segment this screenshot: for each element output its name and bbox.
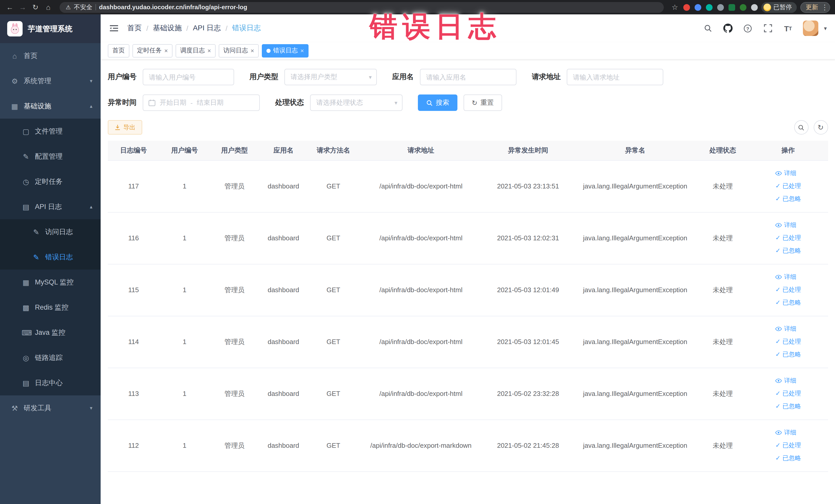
sidebar-fold-icon[interactable] xyxy=(109,23,119,33)
detail-link[interactable]: 详细 xyxy=(775,322,796,335)
extension-icon[interactable] xyxy=(739,4,746,11)
tag-job-log[interactable]: 调度日志 × xyxy=(176,44,216,57)
browser-home-icon[interactable]: ⌂ xyxy=(44,0,53,14)
mark-processed-link[interactable]: ✓ 已处理 xyxy=(775,387,801,400)
close-icon[interactable]: × xyxy=(207,47,211,54)
sidebar-item-error-log[interactable]: ✎ 错误日志 xyxy=(0,244,101,269)
sidebar-item-log-center[interactable]: ▤ 日志中心 xyxy=(0,370,101,396)
back-icon[interactable]: ← xyxy=(5,0,14,14)
screenshot-viewport: ← → ↻ ⌂ ⚠ 不安全 dashboard.yudao.iocoder.cn… xyxy=(0,0,835,504)
breadcrumb-item[interactable]: 首页 xyxy=(127,24,142,33)
action-label: 已处理 xyxy=(782,231,801,244)
sidebar-logo[interactable]: 芋道管理系统 xyxy=(0,14,101,43)
check-icon: ✓ xyxy=(775,283,780,296)
app-name-input[interactable] xyxy=(420,69,516,85)
sidebar-item-dev-tools[interactable]: ⚒ 研发工具 ▾ xyxy=(0,396,101,421)
sidebar-item-api-log[interactable]: ▤ API 日志 ▴ xyxy=(0,194,101,219)
menu-dots-icon[interactable]: ⋮ xyxy=(821,0,827,14)
sidebar-item-job[interactable]: ◷ 定时任务 xyxy=(0,169,101,194)
sidebar-item-mysql[interactable]: ▦ MySQL 监控 xyxy=(0,269,101,295)
mark-ignored-link[interactable]: ✓ 已忽略 xyxy=(775,244,801,257)
mark-processed-link[interactable]: ✓ 已处理 xyxy=(775,335,801,348)
fullscreen-icon[interactable] xyxy=(763,23,773,33)
detail-link[interactable]: 详细 xyxy=(775,270,796,283)
sidebar-item-home[interactable]: ⌂ 首页 xyxy=(0,43,101,68)
check-icon: ✓ xyxy=(775,348,780,361)
extension-icon[interactable] xyxy=(717,4,724,11)
mark-processed-link[interactable]: ✓ 已处理 xyxy=(775,231,801,244)
sidebar-item-access-log[interactable]: ✎ 访问日志 xyxy=(0,219,101,244)
tag-access-log[interactable]: 访问日志 × xyxy=(219,44,259,57)
process-status-select[interactable]: 请选择处理状态 ▾ xyxy=(310,95,403,111)
eye-icon xyxy=(775,222,782,228)
toggle-search-button[interactable] xyxy=(794,120,808,135)
mark-ignored-link[interactable]: ✓ 已忽略 xyxy=(775,193,801,205)
sidebar-item-java[interactable]: ⌨ Java 监控 xyxy=(0,320,101,345)
breadcrumb-separator: / xyxy=(226,24,228,32)
refresh-button[interactable]: ↻ xyxy=(813,120,828,135)
sidebar-item-infra[interactable]: ▦ 基础设施 ▴ xyxy=(0,94,101,119)
mark-ignored-link[interactable]: ✓ 已忽略 xyxy=(775,296,801,309)
mark-ignored-link[interactable]: ✓ 已忽略 xyxy=(775,400,801,413)
sidebar-item-label: 系统管理 xyxy=(24,76,51,85)
extension-icon[interactable] xyxy=(694,4,701,11)
clock-icon: ◷ xyxy=(22,177,30,186)
detail-link[interactable]: 详细 xyxy=(775,426,796,439)
sidebar-item-trace[interactable]: ◎ 链路追踪 xyxy=(0,345,101,370)
breadcrumb-item[interactable]: 基础设施 xyxy=(153,24,182,33)
sidebar-item-redis[interactable]: ▩ Redis 监控 xyxy=(0,295,101,320)
font-size-icon[interactable]: TT xyxy=(783,23,793,33)
cell-status: 未处理 xyxy=(697,420,749,471)
detail-link[interactable]: 详细 xyxy=(775,374,796,387)
address-bar[interactable]: ⚠ 不安全 dashboard.yudao.iocoder.cn/infra/l… xyxy=(60,2,664,13)
avatar[interactable] xyxy=(803,21,818,36)
action-label: 详细 xyxy=(784,167,796,180)
search-icon[interactable] xyxy=(703,23,713,33)
exception-time-range[interactable]: 开始日期 - 结束日期 xyxy=(143,95,260,111)
search-button[interactable]: 搜索 xyxy=(418,95,457,111)
bookmark-star-icon[interactable]: ☆ xyxy=(670,0,679,14)
mark-processed-link[interactable]: ✓ 已处理 xyxy=(775,439,801,452)
tag-home[interactable]: 首页 xyxy=(108,44,129,57)
forward-icon[interactable]: → xyxy=(18,0,27,14)
mark-ignored-link[interactable]: ✓ 已忽略 xyxy=(775,348,801,361)
trace-icon: ◎ xyxy=(22,354,30,362)
breadcrumb-item[interactable]: API 日志 xyxy=(193,24,221,33)
cell-app-name: dashboard xyxy=(259,212,308,264)
mark-processed-link[interactable]: ✓ 已处理 xyxy=(775,180,801,193)
action-label: 详细 xyxy=(784,322,796,335)
sidebar-item-system[interactable]: ⚙ 系统管理 ▾ xyxy=(0,68,101,94)
user-type-select[interactable]: 请选择用户类型 ▾ xyxy=(284,69,377,85)
detail-link[interactable]: 详细 xyxy=(775,167,796,180)
update-label: 更新 xyxy=(806,3,818,12)
detail-link[interactable]: 详细 xyxy=(775,219,796,231)
help-icon[interactable]: ? xyxy=(743,23,753,33)
reset-button[interactable]: ↻ 重置 xyxy=(464,95,502,111)
cell-status: 未处理 xyxy=(697,160,749,212)
sidebar-item-file[interactable]: ▢ 文件管理 xyxy=(0,119,101,144)
chevron-down-icon: ▾ xyxy=(90,405,93,411)
extension-icon[interactable] xyxy=(683,4,690,11)
close-icon[interactable]: × xyxy=(300,47,304,54)
github-icon[interactable] xyxy=(723,23,733,33)
mark-ignored-link[interactable]: ✓ 已忽略 xyxy=(775,452,801,465)
update-button[interactable]: 更新 ⋮ xyxy=(800,2,830,13)
chevron-down-icon: ▾ xyxy=(90,78,93,84)
export-button[interactable]: 导出 xyxy=(108,120,142,135)
close-icon[interactable]: × xyxy=(164,47,168,54)
chevron-down-icon[interactable]: ▾ xyxy=(824,25,827,32)
browser-profile-chip[interactable]: 已暂停 xyxy=(761,2,796,13)
sidebar-item-config[interactable]: ✎ 配置管理 xyxy=(0,144,101,169)
extension-icon[interactable] xyxy=(728,4,735,11)
tag-error-log[interactable]: 错误日志 × xyxy=(262,44,308,57)
request-url-input[interactable] xyxy=(567,69,663,85)
sidebar-item-label: 文件管理 xyxy=(35,126,63,136)
user-id-input[interactable] xyxy=(143,69,234,85)
tag-job[interactable]: 定时任务 × xyxy=(133,44,172,57)
extension-icon[interactable] xyxy=(751,4,757,11)
close-icon[interactable]: × xyxy=(250,47,254,54)
reload-icon[interactable]: ↻ xyxy=(31,0,40,14)
mark-processed-link[interactable]: ✓ 已处理 xyxy=(775,283,801,296)
extension-icon[interactable] xyxy=(706,4,712,11)
column-header: 用户编号 xyxy=(159,141,210,160)
